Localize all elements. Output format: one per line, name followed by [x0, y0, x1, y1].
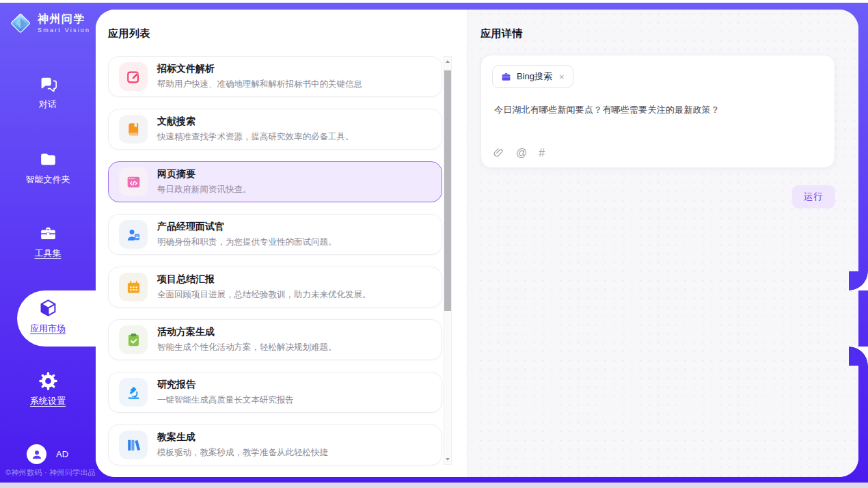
sidebar-item-settings[interactable]: 系统设置 [0, 372, 96, 407]
app-card-desc: 模板驱动，教案秒成，教学准备从此轻松快捷 [157, 447, 328, 459]
edit-square-icon [119, 62, 148, 91]
app-card-desc: 每日政府新闻资讯快查。 [157, 184, 252, 195]
app-card-title: 文献搜索 [157, 116, 354, 128]
sidebar-item-app-market[interactable]: 应用市场 [0, 298, 96, 335]
sidebar-item-smart-folder[interactable]: 智能文件夹 [0, 150, 96, 186]
paperclip-icon[interactable] [493, 147, 504, 159]
scroll-up-icon[interactable] [444, 57, 451, 66]
browser-code-icon [119, 167, 148, 196]
diamond-logo-icon [8, 11, 33, 36]
app-card-title: 活动方案生成 [157, 326, 337, 338]
app-card-web-summary[interactable]: 网页摘要 每日政府新闻资讯快查。 [108, 161, 442, 202]
app-card-bid-parse[interactable]: 招标文件解析 帮助用户快速、准确地理解和解析招标书中的关键信息 [108, 56, 442, 97]
sidebar: 神州问学 Smart Vision 对话 智能文件夹 [0, 3, 96, 483]
microscope-icon [119, 378, 148, 407]
app-card-desc: 智能生成个性化活动方案，轻松解决规划难题。 [157, 342, 337, 353]
tool-tag-label: Bing搜索 [517, 70, 552, 83]
mention-icon[interactable]: @ [516, 148, 527, 159]
app-card-title: 产品经理面试官 [157, 221, 337, 233]
bottom-strip [0, 483, 868, 488]
brand-logo: 神州问学 Smart Vision [8, 11, 90, 36]
tool-tag-bing-search[interactable]: Bing搜索 × [492, 65, 573, 88]
app-card-lesson-plan[interactable]: 教案生成 模板驱动，教案秒成，教学准备从此轻松快捷 [108, 424, 442, 465]
list-scrollbar[interactable] [444, 56, 452, 465]
books-icon [119, 431, 148, 459]
sidebar-item-label: 应用市场 [30, 323, 66, 335]
book-icon [119, 115, 148, 144]
close-icon[interactable]: × [559, 72, 565, 81]
app-card-title: 招标文件解析 [157, 63, 362, 75]
scrollbar-thumb[interactable] [444, 70, 451, 311]
tab-curve-bottom [849, 347, 868, 366]
sidebar-item-label: 工具集 [35, 247, 62, 260]
sidebar-item-chat[interactable]: 对话 [0, 75, 96, 111]
run-button[interactable]: 运行 [792, 185, 835, 208]
toolbox-icon [39, 224, 57, 243]
app-frame: 神州问学 Smart Vision 对话 智能文件夹 [0, 3, 868, 483]
prompt-toolbar: @ # [493, 147, 545, 159]
chat-icon [39, 75, 57, 94]
user-account[interactable]: AD [27, 444, 68, 464]
main-content: 应用列表 招标文件解析 帮助用户快速、准确地理解和解析招标书中的关键信息 [96, 10, 858, 477]
app-card-desc: 全面回顾项目进展，总结经验教训，助力未来优化发展。 [157, 289, 371, 301]
app-card-literature-search[interactable]: 文献搜索 快速精准查找学术资源，提高研究效率的必备工具。 [108, 109, 442, 150]
app-card-list: 招标文件解析 帮助用户快速、准确地理解和解析招标书中的关键信息 文献搜索 [108, 56, 442, 477]
app-card-title: 教案生成 [157, 431, 328, 444]
app-card-desc: 快速精准查找学术资源，提高研究效率的必备工具。 [157, 131, 354, 143]
briefcase-icon [501, 72, 511, 82]
app-card-desc: 一键智能生成高质量长文本研究报告 [157, 394, 294, 406]
app-card-desc: 帮助用户快速、准确地理解和解析招标书中的关键信息 [157, 79, 362, 90]
app-card-title: 网页摘要 [157, 168, 252, 180]
calendar-icon [119, 273, 148, 301]
interviewer-icon [119, 220, 148, 249]
app-card-pm-interviewer[interactable]: 产品经理面试官 明确身份和职责，为您提供专业性的面试问题。 [108, 214, 442, 255]
app-card-title: 研究报告 [157, 379, 294, 391]
app-list-title: 应用列表 [108, 27, 150, 40]
hash-icon[interactable]: # [539, 148, 545, 159]
sidebar-item-label: 智能文件夹 [26, 174, 70, 186]
user-initials: AD [56, 449, 68, 459]
sidebar-item-label: 对话 [39, 98, 57, 111]
sidebar-item-toolset[interactable]: 工具集 [0, 224, 96, 260]
query-text[interactable]: 今日湖北有哪些新闻要点？有哪些需要关注的最新政策？ [494, 104, 822, 116]
app-list-panel: 应用列表 招标文件解析 帮助用户快速、准确地理解和解析招标书中的关键信息 [96, 10, 467, 477]
app-card-desc: 明确身份和职责，为您提供专业性的面试问题。 [157, 236, 337, 248]
app-card-title: 项目总结汇报 [157, 273, 371, 286]
gear-icon [39, 372, 57, 390]
cube-icon [38, 298, 58, 318]
app-card-research-report[interactable]: 研究报告 一键智能生成高质量长文本研究报告 [108, 372, 442, 413]
brand-subtitle: Smart Vision [38, 27, 90, 33]
brand-name: 神州问学 [38, 13, 90, 25]
app-detail-panel: 应用详情 Bing搜索 × 今日湖北有哪些新闻要点？有哪些需要关注的最新政策？ [467, 10, 858, 477]
app-card-event-plan[interactable]: 活动方案生成 智能生成个性化活动方案，轻松解决规划难题。 [108, 319, 442, 360]
folder-icon [39, 150, 57, 169]
copyright-text: ©神州数码 · 神州问学出品 [5, 467, 96, 478]
scroll-down-icon[interactable] [444, 455, 451, 463]
user-avatar-icon [31, 448, 43, 461]
clipboard-check-icon [119, 325, 148, 354]
app-detail-title: 应用详情 [480, 27, 523, 40]
prompt-card: Bing搜索 × 今日湖北有哪些新闻要点？有哪些需要关注的最新政策？ @ # [480, 55, 835, 168]
sidebar-item-label: 系统设置 [30, 395, 66, 407]
tab-curve-top [849, 271, 868, 290]
app-card-project-summary[interactable]: 项目总结汇报 全面回顾项目进展，总结经验教训，助力未来优化发展。 [108, 267, 442, 308]
avatar [27, 444, 46, 464]
